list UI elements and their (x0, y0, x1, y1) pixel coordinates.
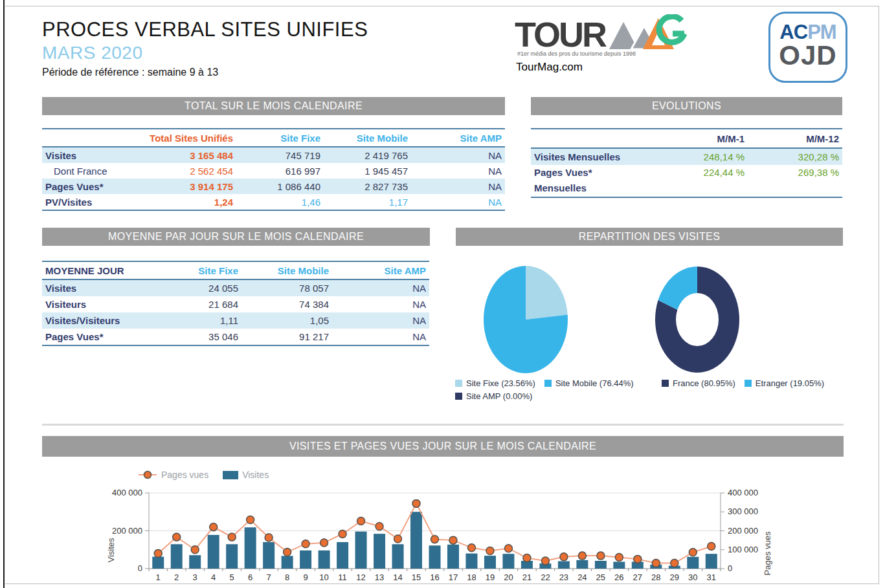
site-amp-swatch-icon (455, 393, 462, 400)
svg-text:13: 13 (375, 572, 384, 582)
table-row: PV/Visites 1,24 1,46 1,17 NA (42, 194, 505, 210)
country-pie-legend: France (80.95%)Etranger (19.05%) (662, 377, 856, 390)
table-row: Pages Vues*Mensuelles 224,44 % 269,38 % (531, 165, 842, 197)
table-row: Visites 3 165 484 745 719 2 419 765 NA (42, 147, 505, 163)
total-table-header: Total Sites Unifiés Site Fixe Site Mobil… (42, 129, 505, 147)
table-row: Visiteurs 21 684 74 384 NA (42, 296, 429, 312)
ojd-text: OJD (770, 42, 846, 69)
evolutions-table-header: M/M-1 M/M-12 (531, 129, 842, 149)
svg-text:4: 4 (211, 572, 216, 582)
svg-text:10: 10 (319, 572, 328, 582)
banner-evolutions: EVOLUTIONS (531, 97, 842, 115)
svg-text:29: 29 (670, 572, 679, 582)
tourmag-tour-text: TOUR (515, 15, 607, 54)
svg-text:8: 8 (285, 572, 289, 582)
daily-visites-pages-vues-chart: 400 000200 0000400 000300 000200 000100 … (0, 459, 885, 588)
legend-item: Site AMP (0.00%) (455, 390, 532, 402)
svg-text:7: 7 (267, 572, 271, 582)
svg-text:6: 6 (248, 572, 252, 582)
svg-text:21: 21 (522, 572, 532, 582)
legend-item: Site Fixe (23.56%) (455, 377, 535, 389)
legend-item: Site Mobile (76.44%) (544, 377, 634, 389)
svg-text:17: 17 (449, 572, 458, 582)
svg-text:0: 0 (728, 563, 732, 573)
page-subtitle: MARS 2020 (42, 43, 142, 63)
svg-text:14: 14 (393, 572, 402, 582)
etranger-swatch-icon (745, 380, 752, 387)
col-site-amp: Site AMP (332, 265, 429, 276)
svg-text:25: 25 (596, 572, 605, 582)
svg-text:16: 16 (430, 572, 439, 582)
tourmag-logo: TOUR #1er média des pros du tourisme dep… (515, 14, 689, 79)
svg-text:400 000: 400 000 (728, 488, 758, 497)
svg-text:Pages vues: Pages vues (763, 531, 772, 575)
svg-text:100 000: 100 000 (728, 545, 758, 554)
legend-item: France (80.95%) (662, 377, 735, 389)
svg-text:12: 12 (356, 572, 365, 582)
table-row: Visites/Visiteurs 1,11 1,05 NA (42, 312, 429, 329)
banner-daily-chart: VISITES ET PAGES VUES JOUR SUR LE MOIS C… (42, 436, 844, 457)
col-m-m-1: M/M-1 (680, 133, 748, 144)
svg-text:18: 18 (467, 572, 476, 582)
banner-repartition: REPARTITION DES VISITES (456, 228, 843, 246)
legend-item: Etranger (19.05%) (745, 377, 824, 389)
svg-text:28: 28 (651, 572, 660, 582)
report-page: PROCES VERBAL SITES UNIFIES MARS 2020 Pé… (0, 0, 885, 588)
table-row: Pages Vues* 35 046 91 217 NA (42, 329, 429, 345)
tourmag-website: TourMag.com (516, 61, 583, 74)
section-divider (42, 424, 844, 426)
table-row: Visites Mensuelles 248,14 % 320,28 % (531, 149, 842, 165)
col-site-amp: Site AMP (411, 133, 505, 144)
svg-text:24: 24 (577, 572, 587, 582)
evolutions-table: M/M-1 M/M-12 Visites Mensuelles 248,14 %… (531, 128, 842, 198)
table-row: Visites 24 055 78 057 NA (42, 280, 429, 296)
table-row: Dont France 2 562 454 616 997 1 945 457 … (42, 163, 505, 179)
moyenne-table: MOYENNE JOUR Site Fixe Site Mobile Site … (42, 261, 429, 346)
svg-text:30: 30 (688, 572, 697, 582)
tourmag-tagline: #1er média des pros du tourisme depuis 1… (517, 50, 636, 57)
svg-text:200 000: 200 000 (728, 526, 758, 536)
svg-text:400 000: 400 000 (112, 488, 142, 497)
svg-text:15: 15 (412, 572, 421, 582)
page-title: PROCES VERBAL SITES UNIFIES (42, 18, 368, 41)
reference-period: Période de référence : semaine 9 à 13 (42, 67, 218, 78)
col-total-sites-unifies: Total Sites Unifiés (133, 133, 236, 144)
france-swatch-icon (662, 380, 669, 387)
svg-text:23: 23 (559, 572, 568, 582)
repartition-pie-charts (456, 257, 843, 387)
svg-text:19: 19 (486, 572, 495, 582)
col-site-fixe: Site Fixe (155, 265, 241, 276)
svg-text:1: 1 (156, 572, 161, 582)
col-site-mobile: Site Mobile (241, 265, 332, 276)
col-moyenne-jour: MOYENNE JOUR (42, 265, 155, 276)
svg-text:5: 5 (230, 572, 234, 582)
site-mobile-swatch-icon (544, 380, 552, 387)
svg-text:200 000: 200 000 (112, 526, 142, 536)
moyenne-table-header: MOYENNE JOUR Site Fixe Site Mobile Site … (42, 262, 429, 280)
svg-text:31: 31 (707, 572, 716, 582)
col-m-m-12: M/M-12 (748, 133, 842, 144)
acpm-text: ACPM (770, 23, 846, 42)
svg-text:3: 3 (193, 572, 197, 582)
site-fixe-swatch-icon (455, 380, 462, 387)
table-row: Pages Vues* 3 914 175 1 086 440 2 827 73… (42, 179, 505, 194)
total-table: Total Sites Unifiés Site Fixe Site Mobil… (42, 128, 505, 211)
svg-text:2: 2 (174, 572, 179, 582)
svg-text:26: 26 (614, 572, 623, 582)
acpm-ojd-logo: ACPM OJD (768, 12, 847, 83)
svg-text:9: 9 (303, 572, 308, 582)
svg-text:Visites: Visites (106, 538, 116, 563)
svg-text:27: 27 (633, 572, 642, 582)
svg-text:300 000: 300 000 (728, 506, 758, 516)
svg-text:20: 20 (504, 572, 513, 582)
banner-moyenne: MOYENNE PAR JOUR SUR LE MOIS CALENDAIRE (42, 228, 430, 246)
col-site-mobile: Site Mobile (324, 133, 411, 144)
tourmag-wordmark-icon: TOUR (515, 14, 687, 54)
svg-text:11: 11 (338, 572, 347, 582)
support-pie-legend: Site Fixe (23.56%)Site Mobile (76.44%) S… (455, 377, 649, 403)
svg-text:22: 22 (541, 572, 550, 582)
banner-total: TOTAL SUR LE MOIS CALENDAIRE (42, 97, 505, 115)
svg-text:0: 0 (138, 563, 142, 573)
col-site-fixe: Site Fixe (236, 133, 324, 144)
